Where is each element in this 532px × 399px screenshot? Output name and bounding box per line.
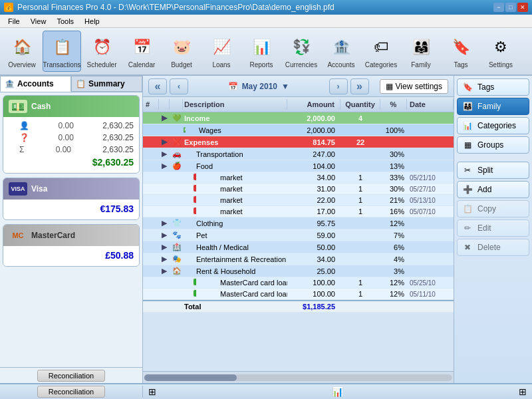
- td-expand[interactable]: ▶: [159, 229, 170, 241]
- sidebar-tags-button[interactable]: 🔖 Tags: [457, 78, 529, 96]
- td-expand[interactable]: ▶: [159, 253, 170, 265]
- table-row-food[interactable]: ▶ 🍎 Food 104.00 13%: [143, 160, 454, 172]
- td-date: [407, 129, 454, 132]
- td-desc: Health / Medical: [183, 242, 287, 253]
- minimize-button[interactable]: −: [493, 3, 504, 12]
- toolbar-tags[interactable]: 🔖 Tags: [442, 31, 480, 72]
- table-row-wages[interactable]: 💵 Wages 2,000.00 100%: [143, 124, 454, 136]
- toolbar-transactions[interactable]: 📋 Transactions: [43, 31, 81, 72]
- toolbar-loans[interactable]: 📈 Loans: [202, 31, 241, 72]
- sidebar-split-button[interactable]: ✂ Split: [457, 162, 529, 179]
- close-button[interactable]: ✕: [517, 3, 528, 12]
- menu-file[interactable]: File: [3, 16, 25, 27]
- td-desc: market: [196, 206, 287, 217]
- td-qty: 1: [340, 195, 380, 205]
- categories-sidebar-icon: 📊: [462, 120, 473, 131]
- td-expand[interactable]: ▶: [159, 136, 170, 148]
- td-expand[interactable]: ▶: [159, 217, 170, 229]
- td-expand[interactable]: ▶: [159, 112, 170, 124]
- categories-label: Categories: [365, 61, 397, 68]
- col-expand: [159, 99, 170, 110]
- menu-help[interactable]: Help: [79, 16, 105, 27]
- tags-sidebar-icon: 🔖: [462, 82, 473, 92]
- table-row-mc-loan-2[interactable]: MasterCard card loan 100.00 1 12% 05/11/…: [143, 289, 454, 300]
- td-icon: 🏠: [170, 265, 183, 277]
- nav-prev2[interactable]: ‹: [170, 78, 188, 94]
- bottom-left-icon[interactable]: ⊞: [148, 386, 156, 397]
- bottom-right-icon[interactable]: ⊞: [519, 386, 527, 397]
- td-desc: Food: [183, 161, 287, 172]
- table-row-transportation[interactable]: ▶ 🚗 Transportation 247.00 30%: [143, 148, 454, 160]
- nav-dropdown-arrow[interactable]: ▼: [281, 82, 289, 91]
- table-row-market-1[interactable]: market 34.00 1 33% 05/21/10: [143, 172, 454, 184]
- account-card-mastercard[interactable]: MC MasterCard £50.88: [3, 224, 140, 267]
- nav-next2[interactable]: ›: [329, 78, 348, 94]
- sidebar-groups-button[interactable]: ▦ Groups: [457, 136, 529, 154]
- td-expand[interactable]: [159, 129, 170, 132]
- td-qty: [340, 129, 380, 132]
- bottom-center-icon[interactable]: 📊: [332, 386, 343, 397]
- td-amount: 17.00: [287, 206, 340, 217]
- td-expand[interactable]: ▶: [159, 148, 170, 160]
- sidebar-family-button[interactable]: 👨‍👩‍👧 Family: [457, 98, 529, 115]
- toolbar-settings[interactable]: ⚙ Settings: [481, 31, 520, 72]
- td-amount: 59.00: [287, 230, 340, 241]
- overview-icon: 🏠: [9, 35, 35, 60]
- toolbar-scheduler[interactable]: ⏰ Scheduler: [82, 31, 121, 72]
- bottom-reconcile-button[interactable]: Reconciliation: [37, 386, 105, 398]
- sidebar-delete-button[interactable]: ✖ Delete: [457, 239, 529, 256]
- hscroll-thumb[interactable]: [144, 374, 237, 381]
- nav-next[interactable]: »: [350, 78, 369, 94]
- table-row-entertainment[interactable]: ▶ 🎭 Entertainment & Recreation 34.00 4%: [143, 253, 454, 265]
- td-date: 05/27/10: [407, 184, 454, 194]
- toolbar-calendar[interactable]: 📅 Calendar: [122, 31, 161, 72]
- td-expand[interactable]: ▶: [159, 241, 170, 253]
- reconciliation-button[interactable]: Reconciliation: [37, 370, 105, 382]
- toolbar-overview[interactable]: 🏠 Overview: [3, 31, 41, 72]
- tags-label: Tags: [454, 61, 467, 68]
- sidebar-add-button[interactable]: ➕ Add: [457, 181, 529, 198]
- toolbar-accounts[interactable]: 🏦 Accounts: [322, 31, 360, 72]
- tab-summary[interactable]: 📋 Summary: [71, 76, 142, 92]
- col-pct: %: [380, 99, 407, 110]
- table-row-clothing[interactable]: ▶ 👕 Clothing 95.75 12%: [143, 217, 454, 229]
- toolbar-reports[interactable]: 📊 Reports: [242, 31, 281, 72]
- table-row-health[interactable]: ▶ 🏥 Health / Medical 50.00 6%: [143, 241, 454, 253]
- td-pct: 12%: [380, 218, 407, 229]
- toolbar-categories[interactable]: 🏷 Categories: [362, 31, 400, 72]
- table-row-market-3[interactable]: market 22.00 1 21% 05/13/10: [143, 195, 454, 206]
- toolbar-budget[interactable]: 🐷 Budget: [162, 31, 201, 72]
- td-qty: [340, 234, 380, 237]
- sidebar-edit-button[interactable]: ✏ Edit: [457, 219, 529, 237]
- table-row-rent[interactable]: ▶ 🏠 Rent & Household 25.00 3%: [143, 265, 454, 277]
- maximize-button[interactable]: □: [505, 3, 516, 12]
- table-row-expenses[interactable]: ▶ ❌ Expenses 814.75 22: [143, 136, 454, 148]
- sidebar-copy-button[interactable]: 📋 Copy: [457, 200, 529, 217]
- td-expand[interactable]: ▶: [159, 160, 170, 172]
- toolbar-currencies[interactable]: 💱 Currencies: [282, 31, 321, 72]
- td-expand: [159, 305, 170, 308]
- horizontal-scrollbar[interactable]: [143, 371, 454, 383]
- table-row-mc-loan-1[interactable]: MasterCard card loan 100.00 1 12% 05/25/…: [143, 277, 454, 289]
- budget-icon: 🐷: [169, 35, 194, 60]
- table-row-pet[interactable]: ▶ 🐾 Pet 59.00 7%: [143, 229, 454, 241]
- account-card-visa[interactable]: VISA Visa €175.83: [3, 178, 140, 220]
- account-card-cash[interactable]: 💵 Cash 👤 0.00 2,630.25 ❓ 0.00 2,630.25: [3, 95, 140, 174]
- hscroll-track[interactable]: [144, 374, 452, 381]
- visa-name: Visa: [31, 184, 47, 194]
- sidebar-categories-button[interactable]: 📊 Categories: [457, 117, 529, 134]
- tab-accounts[interactable]: 🏦 Accounts: [0, 76, 71, 92]
- menu-view[interactable]: View: [25, 16, 52, 27]
- nav-prev[interactable]: «: [148, 78, 167, 94]
- scheduler-icon: ⏰: [89, 35, 114, 60]
- td-expand[interactable]: ▶: [159, 265, 170, 277]
- settings-icon: ⚙: [488, 35, 513, 60]
- table-row-market-4[interactable]: market 17.00 1 16% 05/07/10: [143, 206, 454, 217]
- menu-tools[interactable]: Tools: [51, 16, 79, 27]
- toolbar-family[interactable]: 👨‍👩‍👧 Family: [402, 31, 440, 72]
- table-row-income[interactable]: ▶ 💚 Income 2,000.00 4: [143, 112, 454, 124]
- td-num: [143, 188, 159, 190]
- family-label: Family: [411, 61, 430, 68]
- table-row-market-2[interactable]: market 31.00 1 30% 05/27/10: [143, 184, 454, 195]
- view-settings-button[interactable]: ▦ View settings: [380, 79, 448, 94]
